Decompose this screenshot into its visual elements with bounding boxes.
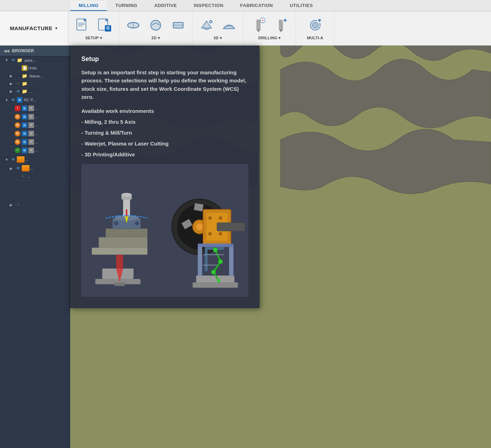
svg-point-34 — [135, 221, 139, 225]
2d-a-icon — [125, 17, 142, 34]
tab-turning[interactable]: TURNING — [107, 1, 146, 11]
tab-utilities[interactable]: UTILITIES — [281, 1, 321, 11]
tool-groups-row: MANUFACTURE ▼ — [0, 11, 491, 45]
tool-group-setup: G SETUP ▾ — [68, 11, 119, 45]
svg-text:+: + — [261, 18, 263, 22]
tree-item-orange-1[interactable]: ↻ G ≡ ... — [0, 113, 70, 121]
tree-item-hidden[interactable]: ▶ 👁 📁 ... — [0, 80, 70, 88]
g-badge-o1: G — [22, 114, 27, 120]
tree-label-green: ... — [35, 148, 38, 152]
g-badge-r: G — [22, 106, 27, 111]
tab-inspection[interactable]: INSPECTION — [185, 1, 231, 11]
tree-item-nc[interactable]: ▼ 👁 G NC P... — [0, 96, 70, 104]
3d-icon-button[interactable] — [196, 16, 217, 34]
toolbar: MILLING TURNING ADDITIVE INSPECTION FABR… — [0, 0, 491, 46]
warning-badge-2: ↻ — [15, 122, 20, 128]
eye-icon-nc[interactable]: 👁 — [10, 97, 17, 102]
popup-description: Setup is an important first step in star… — [81, 68, 248, 101]
browser-collapse-arrows[interactable]: ◀◀ — [4, 49, 9, 53]
setup-icon — [74, 17, 91, 34]
popup-illustration — [81, 164, 248, 297]
2d-icons-row — [123, 16, 189, 34]
tree-label-o4: ... — [35, 140, 38, 144]
tree-label-b1: ... — [25, 157, 28, 162]
tool-group-multia: MULTI-A — [296, 11, 335, 45]
svg-point-33 — [114, 221, 118, 225]
drilling-b-icon-button[interactable] — [270, 16, 291, 34]
svg-point-26 — [312, 22, 318, 28]
svg-rect-60 — [193, 283, 238, 288]
warning-badge-1: ↻ — [15, 114, 20, 120]
svg-rect-57 — [116, 254, 123, 269]
eye-scroll[interactable]: 👁 — [15, 202, 22, 207]
tree-item-orange-3[interactable]: ↻ G ≡ ... — [0, 129, 70, 138]
tab-milling[interactable]: MILLING — [70, 1, 107, 11]
g-setup-icon: G — [96, 17, 113, 34]
tree-item-para[interactable]: ▼ 👁 📁 para... — [0, 56, 70, 64]
tree-label-o3: ... — [35, 131, 38, 136]
tool-group-3d: 3D ▾ — [193, 11, 243, 45]
tree-item-bottom-1[interactable]: ▼ 👁 ... — [0, 155, 70, 164]
eye-b2[interactable]: 👁 — [15, 166, 22, 171]
setup-popup: Setup Setup is an important first step i… — [70, 46, 260, 308]
svg-rect-44 — [194, 203, 204, 211]
g-badge-o2: G — [22, 122, 27, 128]
svg-point-47 — [196, 223, 203, 230]
svg-rect-59 — [114, 283, 125, 286]
tree-item-red[interactable]: ! G ≡ ... — [0, 104, 70, 113]
eye-hidden-icon[interactable]: 👁 — [15, 81, 22, 86]
2d-b-icon-button[interactable] — [145, 16, 166, 34]
tree-label-b3: ... — [27, 174, 31, 178]
tab-additive[interactable]: ADDITIVE — [146, 1, 186, 11]
svg-rect-31 — [106, 229, 147, 237]
tree-item-visible[interactable]: ▶ 👁 📁 ... — [0, 88, 70, 95]
svg-marker-22 — [279, 29, 283, 32]
tree-item-orange-2[interactable]: ↻ G ≡ ... — [0, 121, 70, 129]
tree-item-green[interactable]: ✓ G ≡ ... — [0, 146, 70, 155]
tree-label-red: ... — [35, 106, 38, 110]
nc-g-icon: G — [17, 97, 22, 103]
browser-title: BROWSER — [12, 48, 34, 53]
setup-icons-row: G — [72, 16, 115, 34]
setup-group-label: SETUP ▾ — [85, 36, 102, 40]
g-badge-o3: G — [22, 131, 27, 136]
svg-point-71 — [218, 259, 223, 264]
tree-item-name[interactable]: ▶ 📁 Name... — [0, 72, 70, 80]
arrow-icon: ▼ — [5, 58, 10, 62]
tab-fabrication[interactable]: FABRICATION — [232, 1, 281, 11]
2d-b-icon — [147, 17, 164, 34]
svg-marker-17 — [256, 29, 261, 32]
drilling-a-icon-button[interactable]: + — [248, 16, 269, 34]
arrow-b2: ▶ — [10, 167, 15, 170]
multia-icon-button[interactable] — [305, 16, 326, 34]
3d-icon — [198, 17, 215, 34]
svg-point-53 — [208, 232, 212, 236]
2d-c-icon-button[interactable] — [168, 16, 189, 34]
tree-item-bottom-2[interactable]: ▶ 👁 ... — [0, 164, 70, 173]
tree-item-units[interactable]: 📄 Units — [0, 64, 70, 72]
multia-group-label: MULTI-A — [307, 36, 323, 40]
manufacture-button[interactable]: MANUFACTURE ▼ — [0, 11, 68, 45]
tree-item-orange-4[interactable]: ↻ G ≡ ... — [0, 138, 70, 146]
arrow-icon-nc: ▼ — [5, 98, 10, 102]
eye-hidden-b3[interactable]: 👁 — [20, 174, 27, 179]
g-setup-icon-button[interactable]: G — [94, 16, 115, 34]
doc-badge-o1: ≡ — [28, 114, 34, 120]
arrow-icon-2: ▶ — [10, 74, 15, 78]
arrow-icon-4: ▶ — [10, 89, 15, 93]
eye-icon[interactable]: 👁 — [10, 58, 17, 63]
3d-icon-button-2[interactable] — [218, 16, 240, 34]
multi-icon — [307, 17, 324, 34]
2d-a-icon-button[interactable] — [123, 16, 144, 34]
tree-item-name-label: Name... — [29, 74, 43, 78]
setup-icon-button[interactable] — [72, 16, 93, 34]
eye-icon-2[interactable]: 👁 — [15, 89, 22, 94]
2d-c-icon — [170, 17, 187, 34]
svg-point-15 — [210, 21, 211, 22]
error-badge: ! — [15, 106, 20, 111]
manufacture-label: MANUFACTURE — [10, 25, 52, 31]
tree-label-o2: ... — [35, 123, 38, 127]
tree-item-bottom-3[interactable]: 👁 ... — [0, 173, 70, 180]
eye-b1[interactable]: 👁 — [10, 157, 17, 162]
drilling-b-icon — [273, 17, 289, 34]
